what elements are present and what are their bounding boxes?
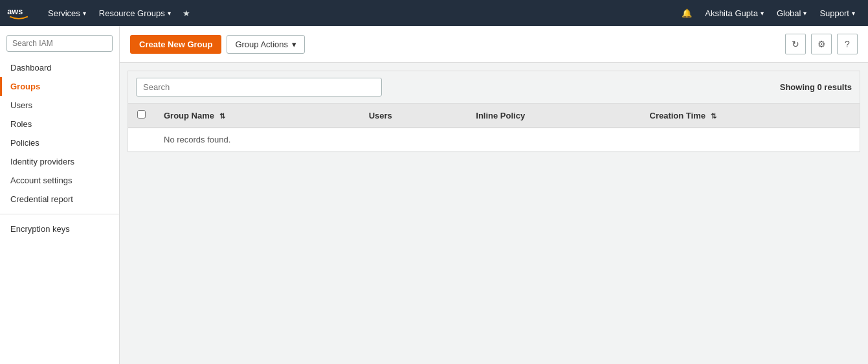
- notifications-bell[interactable]: 🔔: [675, 0, 698, 26]
- group-actions-label: Group Actions: [235, 40, 288, 49]
- user-menu-chevron-icon: ▾: [761, 10, 764, 17]
- sidebar-item-account-settings[interactable]: Account settings: [0, 171, 119, 190]
- sidebar-collapse-button[interactable]: ◀: [119, 182, 120, 208]
- content-toolbar: Create New Group Group Actions ▾ ↻ ⚙ ?: [120, 26, 868, 63]
- aws-logo[interactable]: aws: [6, 5, 31, 21]
- creation-time-sort-icon: ⇅: [711, 112, 717, 120]
- results-count: Showing 0 results: [780, 82, 852, 92]
- main-layout: Dashboard Groups Users Roles Policies Id…: [0, 26, 868, 364]
- sidebar-search-container: [6, 35, 113, 52]
- group-name-sort-icon: ⇅: [219, 112, 225, 120]
- resource-groups-chevron-icon: ▾: [168, 10, 171, 17]
- no-records-row: No records found.: [128, 128, 860, 152]
- group-actions-chevron-icon: ▾: [292, 40, 296, 49]
- sidebar-item-encryption-keys[interactable]: Encryption keys: [0, 220, 119, 238]
- settings-icon: ⚙: [818, 39, 826, 49]
- table-search-input[interactable]: [136, 78, 382, 97]
- top-nav-right: 🔔 Akshita Gupta ▾ Global ▾ Support ▾: [675, 0, 862, 26]
- resource-groups-label: Resource Groups: [99, 8, 165, 18]
- sidebar-nav: Dashboard Groups Users Roles Policies Id…: [0, 58, 119, 209]
- services-label: Services: [48, 8, 80, 18]
- sidebar: Dashboard Groups Users Roles Policies Id…: [0, 26, 120, 364]
- search-iam-input[interactable]: [6, 35, 113, 52]
- group-actions-button[interactable]: Group Actions ▾: [227, 35, 305, 54]
- bell-icon: 🔔: [682, 8, 692, 18]
- resource-groups-menu[interactable]: Resource Groups ▾: [93, 0, 177, 26]
- refresh-icon: ↻: [792, 39, 799, 49]
- sidebar-item-credential-report[interactable]: Credential report: [0, 190, 119, 209]
- top-navigation: aws Services ▾ Resource Groups ▾ ★ 🔔 Aks…: [0, 0, 868, 26]
- support-label: Support: [819, 8, 849, 18]
- sidebar-item-groups[interactable]: Groups: [0, 77, 119, 96]
- groups-table: Group Name ⇅ Users Inline Policy Creatio…: [128, 104, 860, 152]
- select-all-checkbox-cell: [128, 104, 155, 128]
- user-menu[interactable]: Akshita Gupta ▾: [698, 0, 770, 26]
- region-menu[interactable]: Global ▾: [770, 0, 814, 26]
- col-users: Users: [360, 104, 467, 128]
- support-chevron-icon: ▾: [852, 10, 855, 17]
- main-content: Create New Group Group Actions ▾ ↻ ⚙ ? S…: [120, 26, 868, 364]
- sidebar-nav-secondary: Encryption keys: [0, 220, 119, 238]
- user-name: Akshita Gupta: [705, 8, 758, 18]
- sidebar-item-identity-providers[interactable]: Identity providers: [0, 152, 119, 171]
- support-menu[interactable]: Support ▾: [813, 0, 862, 26]
- favorites-icon[interactable]: ★: [177, 8, 195, 18]
- region-label: Global: [777, 8, 801, 18]
- sidebar-divider: [0, 214, 119, 214]
- table-header-row: Group Name ⇅ Users Inline Policy Creatio…: [128, 104, 860, 128]
- refresh-button[interactable]: ↻: [785, 34, 806, 54]
- sidebar-item-dashboard[interactable]: Dashboard: [0, 58, 119, 77]
- svg-text:aws: aws: [7, 7, 23, 16]
- services-chevron-icon: ▾: [83, 10, 86, 17]
- table-area: Showing 0 results Group Name ⇅ Users Inl…: [128, 71, 860, 152]
- sidebar-item-roles[interactable]: Roles: [0, 115, 119, 133]
- table-search-bar: Showing 0 results: [128, 71, 860, 104]
- region-chevron-icon: ▾: [803, 10, 807, 17]
- services-menu[interactable]: Services ▾: [41, 0, 93, 26]
- help-button[interactable]: ?: [837, 34, 858, 54]
- col-creation-time[interactable]: Creation Time ⇅: [641, 104, 860, 128]
- sidebar-item-users[interactable]: Users: [0, 96, 119, 115]
- sidebar-item-policies[interactable]: Policies: [0, 133, 119, 152]
- settings-button[interactable]: ⚙: [811, 34, 832, 54]
- no-records-text: No records found.: [155, 128, 860, 152]
- col-group-name[interactable]: Group Name ⇅: [155, 104, 360, 128]
- col-inline-policy: Inline Policy: [467, 104, 640, 128]
- create-new-group-button[interactable]: Create New Group: [130, 35, 221, 54]
- select-all-checkbox[interactable]: [137, 110, 146, 119]
- help-icon: ?: [845, 39, 850, 49]
